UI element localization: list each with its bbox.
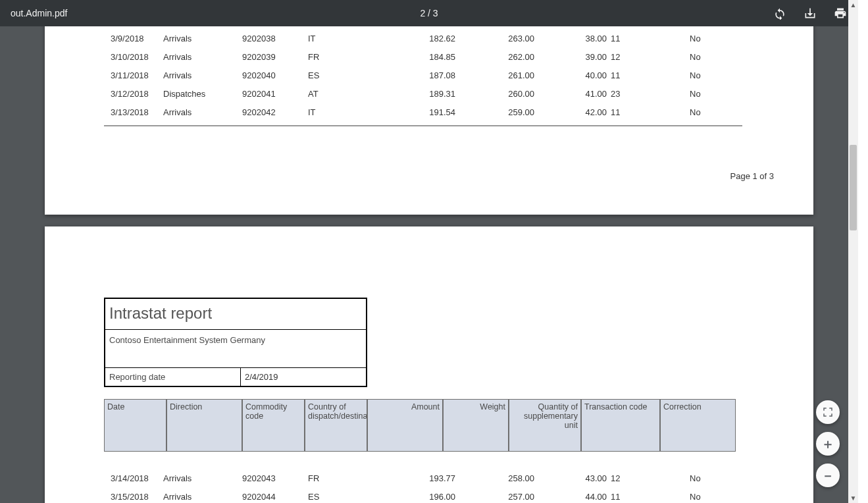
- cell-country: AT: [308, 89, 374, 99]
- cell-date: 3/13/2018: [104, 107, 163, 117]
- cell-transaction: 11: [611, 34, 690, 43]
- col-commodity: Commodity code: [242, 399, 305, 452]
- cell-transaction: 11: [611, 70, 690, 80]
- cell-quantity: 39.00: [538, 52, 611, 62]
- col-date: Date: [104, 399, 166, 452]
- cell-weight: 261.00: [459, 70, 538, 80]
- pdf-page-1: 3/9/2018Arrivals9202038IT182.62263.0038.…: [45, 26, 813, 215]
- cell-weight: 259.00: [459, 107, 538, 117]
- report-title: Intrastat report: [105, 299, 366, 330]
- cell-amount: 187.08: [374, 70, 459, 80]
- document-area[interactable]: 3/9/2018Arrivals9202038IT182.62263.0038.…: [0, 26, 858, 503]
- cell-amount: 196.00: [374, 492, 459, 502]
- cell-correction: No: [690, 52, 736, 62]
- pdf-viewer: out.Admin.pdf 2 / 3 3/9/2018Arrivals9202…: [0, 0, 858, 503]
- zoom-in-button[interactable]: ＋: [816, 432, 840, 456]
- table-row: 3/9/2018Arrivals9202038IT182.62263.0038.…: [104, 29, 742, 47]
- cell-weight: 258.00: [459, 473, 538, 483]
- cell-quantity: 41.00: [538, 89, 611, 99]
- col-weight: Weight: [443, 399, 509, 452]
- scroll-up-arrow[interactable]: ▲: [848, 0, 858, 10]
- cell-direction: Arrivals: [163, 70, 242, 80]
- cell-weight: 257.00: [459, 492, 538, 502]
- cell-direction: Arrivals: [163, 473, 242, 483]
- table-row: 3/15/2018Arrivals9202044ES196.00257.0044…: [104, 487, 742, 503]
- cell-date: 3/11/2018: [104, 70, 163, 80]
- cell-date: 3/15/2018: [104, 492, 163, 502]
- cell-transaction: 23: [611, 89, 690, 99]
- table-row: 3/10/2018Arrivals9202039FR184.85262.0039…: [104, 47, 742, 66]
- cell-correction: No: [690, 70, 736, 80]
- report-date-label: Reporting date: [105, 368, 241, 386]
- zoom-out-button[interactable]: －: [816, 463, 840, 487]
- pdf-toolbar: out.Admin.pdf 2 / 3: [0, 0, 858, 26]
- cell-quantity: 43.00: [538, 473, 611, 483]
- page-indicator: 2 / 3: [420, 8, 438, 18]
- cell-date: 3/12/2018: [104, 89, 163, 99]
- report-table-page2: 3/14/2018Arrivals9202043FR193.77258.0043…: [104, 469, 742, 503]
- scroll-down-arrow[interactable]: ▼: [848, 493, 858, 503]
- col-amount: Amount: [367, 399, 443, 452]
- cell-country: ES: [308, 492, 374, 502]
- file-title: out.Admin.pdf: [11, 8, 67, 18]
- col-correction: Correction: [660, 399, 736, 452]
- cell-amount: 184.85: [374, 52, 459, 62]
- cell-commodity: 9202043: [242, 473, 308, 483]
- table-row: 3/11/2018Arrivals9202040ES187.08261.0040…: [104, 66, 742, 84]
- cell-commodity: 9202038: [242, 34, 308, 43]
- col-quantity: Quantity of supplementary unit: [509, 399, 581, 452]
- cell-direction: Dispatches: [163, 89, 242, 99]
- report-column-headers: Date Direction Commodity code Country of…: [104, 399, 736, 452]
- cell-amount: 189.31: [374, 89, 459, 99]
- cell-commodity: 9202044: [242, 492, 308, 502]
- cell-transaction: 12: [611, 473, 690, 483]
- cell-date: 3/9/2018: [104, 34, 163, 43]
- scroll-thumb[interactable]: [850, 145, 857, 230]
- zoom-controls: ＋ －: [816, 400, 840, 487]
- cell-direction: Arrivals: [163, 492, 242, 502]
- cell-quantity: 38.00: [538, 34, 611, 43]
- cell-commodity: 9202039: [242, 52, 308, 62]
- report-company: Contoso Entertainment System Germany: [105, 330, 366, 368]
- rotate-icon[interactable]: [773, 6, 787, 20]
- cell-weight: 263.00: [459, 34, 538, 43]
- cell-quantity: 40.00: [538, 70, 611, 80]
- cell-country: FR: [308, 52, 374, 62]
- table-row: 3/12/2018Dispatches9202041AT189.31260.00…: [104, 84, 742, 103]
- report-divider: [104, 125, 742, 126]
- cell-direction: Arrivals: [163, 52, 242, 62]
- cell-commodity: 9202040: [242, 70, 308, 80]
- cell-amount: 191.54: [374, 107, 459, 117]
- col-direction: Direction: [166, 399, 242, 452]
- report-date-value: 2/4/2019: [241, 368, 366, 386]
- report-date-row: Reporting date 2/4/2019: [105, 368, 366, 386]
- pdf-page-2: Intrastat report Contoso Entertainment S…: [45, 226, 813, 503]
- vertical-scrollbar[interactable]: ▲ ▼: [848, 0, 858, 503]
- fit-page-button[interactable]: [816, 400, 840, 424]
- toolbar-actions: [773, 6, 848, 20]
- cell-correction: No: [690, 492, 736, 502]
- report-table-page1: 3/9/2018Arrivals9202038IT182.62263.0038.…: [104, 29, 742, 126]
- cell-correction: No: [690, 473, 736, 483]
- cell-correction: No: [690, 34, 736, 43]
- cell-date: 3/10/2018: [104, 52, 163, 62]
- cell-amount: 182.62: [374, 34, 459, 43]
- cell-direction: Arrivals: [163, 34, 242, 43]
- print-icon[interactable]: [833, 6, 848, 20]
- download-icon[interactable]: [803, 6, 817, 20]
- table-row: 3/13/2018Arrivals9202042IT191.54259.0042…: [104, 103, 742, 121]
- col-transaction: Transaction code: [581, 399, 660, 452]
- col-country: Country of dispatch/destination: [305, 399, 367, 452]
- table-row: 3/14/2018Arrivals9202043FR193.77258.0043…: [104, 469, 742, 487]
- cell-commodity: 9202041: [242, 89, 308, 99]
- cell-weight: 260.00: [459, 89, 538, 99]
- cell-quantity: 42.00: [538, 107, 611, 117]
- cell-date: 3/14/2018: [104, 473, 163, 483]
- cell-country: ES: [308, 70, 374, 80]
- cell-correction: No: [690, 107, 736, 117]
- cell-correction: No: [690, 89, 736, 99]
- cell-transaction: 11: [611, 107, 690, 117]
- cell-country: IT: [308, 34, 374, 43]
- cell-transaction: 12: [611, 52, 690, 62]
- report-header-box: Intrastat report Contoso Entertainment S…: [104, 298, 367, 387]
